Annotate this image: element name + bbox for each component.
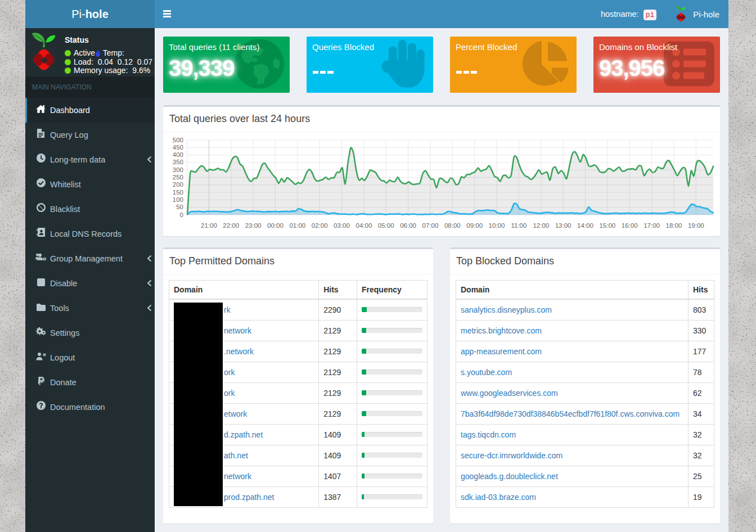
svg-text:10:00: 10:00 bbox=[489, 222, 505, 229]
svg-text:18:00: 18:00 bbox=[666, 222, 682, 229]
svg-text:50: 50 bbox=[176, 204, 183, 210]
svg-text:06:00: 06:00 bbox=[400, 222, 416, 229]
svg-text:02:00: 02:00 bbox=[312, 222, 328, 229]
svg-text:13:00: 13:00 bbox=[555, 222, 572, 229]
svg-text:100: 100 bbox=[173, 196, 183, 203]
svg-text:19:00: 19:00 bbox=[688, 222, 704, 229]
svg-text:150: 150 bbox=[173, 189, 183, 196]
svg-text:300: 300 bbox=[173, 166, 183, 173]
svg-text:250: 250 bbox=[173, 174, 183, 181]
svg-text:09:00: 09:00 bbox=[466, 222, 483, 229]
svg-text:04:00: 04:00 bbox=[356, 222, 372, 229]
svg-text:01:00: 01:00 bbox=[289, 222, 305, 229]
svg-text:17:00: 17:00 bbox=[644, 222, 660, 229]
svg-text:00:00: 00:00 bbox=[267, 222, 284, 229]
svg-text:07:00: 07:00 bbox=[422, 222, 439, 229]
svg-text:14:00: 14:00 bbox=[577, 222, 593, 229]
svg-text:11:00: 11:00 bbox=[511, 222, 526, 229]
svg-text:400: 400 bbox=[173, 151, 183, 158]
svg-text:200: 200 bbox=[173, 181, 183, 188]
svg-text:05:00: 05:00 bbox=[378, 222, 394, 229]
svg-text:450: 450 bbox=[173, 144, 183, 151]
svg-text:15:00: 15:00 bbox=[599, 222, 615, 229]
svg-text:12:00: 12:00 bbox=[533, 222, 549, 229]
svg-text:0: 0 bbox=[180, 211, 183, 218]
svg-text:16:00: 16:00 bbox=[622, 222, 638, 229]
svg-text:23:00: 23:00 bbox=[245, 222, 262, 229]
svg-text:03:00: 03:00 bbox=[334, 222, 350, 229]
svg-text:22:00: 22:00 bbox=[223, 222, 239, 229]
svg-text:350: 350 bbox=[173, 159, 183, 165]
svg-text:21:00: 21:00 bbox=[201, 222, 217, 229]
svg-text:08:00: 08:00 bbox=[444, 222, 461, 229]
svg-text:500: 500 bbox=[173, 137, 183, 143]
